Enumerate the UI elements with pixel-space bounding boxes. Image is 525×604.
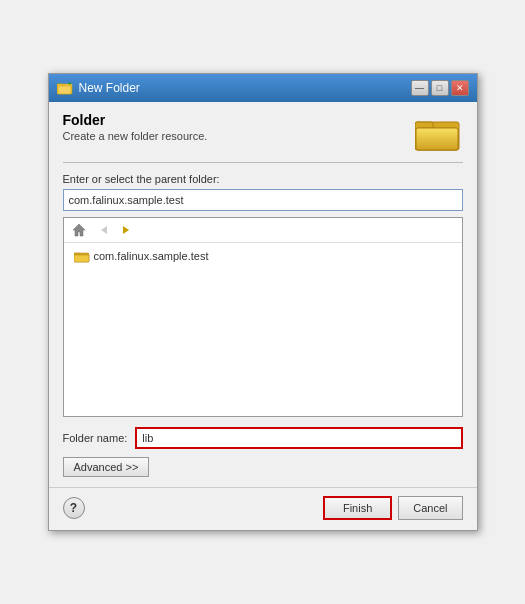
- forward-icon: [121, 224, 133, 236]
- cancel-button[interactable]: Cancel: [398, 496, 462, 520]
- tree-content: com.falinux.sample.test: [64, 243, 462, 269]
- svg-marker-8: [73, 224, 85, 236]
- section-subtitle: Create a new folder resource.: [63, 130, 415, 142]
- maximize-button[interactable]: □: [431, 80, 449, 96]
- tree-home-button[interactable]: [69, 221, 89, 239]
- svg-rect-2: [58, 86, 71, 94]
- title-bar-left: + New Folder: [57, 81, 140, 95]
- tree-toolbar: [64, 218, 462, 243]
- home-icon: [72, 223, 86, 237]
- folder-name-row: Folder name:: [63, 427, 463, 449]
- svg-marker-10: [123, 226, 129, 234]
- dialog-body: Folder Create a new folder resource. Ent…: [49, 102, 477, 487]
- help-button[interactable]: ?: [63, 497, 85, 519]
- minimize-button[interactable]: —: [411, 80, 429, 96]
- svg-rect-7: [416, 128, 458, 150]
- large-folder-icon: [415, 112, 463, 152]
- section-title: Folder: [63, 112, 415, 128]
- tree-forward-button[interactable]: [117, 221, 137, 239]
- tree-back-button[interactable]: [93, 221, 113, 239]
- header-text: Folder Create a new folder resource.: [63, 112, 415, 152]
- tree-folder-icon: [74, 249, 90, 263]
- back-icon: [97, 224, 109, 236]
- footer-buttons: Finish Cancel: [323, 496, 463, 520]
- parent-folder-label: Enter or select the parent folder:: [63, 173, 463, 185]
- svg-text:+: +: [68, 81, 72, 86]
- parent-folder-input[interactable]: [63, 189, 463, 211]
- folder-tree: com.falinux.sample.test: [63, 217, 463, 417]
- new-folder-dialog: + New Folder — □ ✕ Folder Create a new f…: [48, 73, 478, 531]
- dialog-title: New Folder: [79, 81, 140, 95]
- title-bar: + New Folder — □ ✕: [49, 74, 477, 102]
- finish-button[interactable]: Finish: [323, 496, 392, 520]
- folder-name-label: Folder name:: [63, 432, 128, 444]
- close-button[interactable]: ✕: [451, 80, 469, 96]
- title-bar-buttons: — □ ✕: [411, 80, 469, 96]
- dialog-footer: ? Finish Cancel: [49, 487, 477, 530]
- separator: [63, 162, 463, 163]
- titlebar-folder-icon: +: [57, 81, 73, 95]
- header-row: Folder Create a new folder resource.: [63, 112, 463, 152]
- advanced-button[interactable]: Advanced >>: [63, 457, 150, 477]
- svg-marker-9: [101, 226, 107, 234]
- tree-item[interactable]: com.falinux.sample.test: [70, 247, 456, 265]
- svg-rect-13: [74, 255, 89, 262]
- folder-name-input[interactable]: [135, 427, 462, 449]
- footer-left: ?: [63, 497, 85, 519]
- tree-item-label: com.falinux.sample.test: [94, 250, 209, 262]
